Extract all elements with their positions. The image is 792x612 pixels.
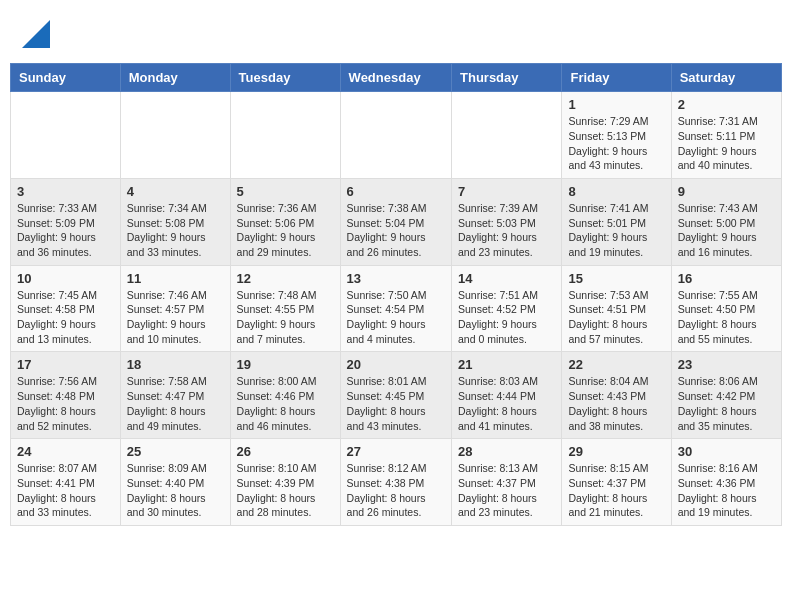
day-number: 11: [127, 271, 224, 286]
calendar-cell: 6Sunrise: 7:38 AMSunset: 5:04 PMDaylight…: [340, 178, 451, 265]
weekday-header-monday: Monday: [120, 64, 230, 92]
weekday-header-row: SundayMondayTuesdayWednesdayThursdayFrid…: [11, 64, 782, 92]
weekday-header-saturday: Saturday: [671, 64, 781, 92]
day-info: Sunrise: 8:10 AMSunset: 4:39 PMDaylight:…: [237, 461, 334, 520]
day-info: Sunrise: 8:12 AMSunset: 4:38 PMDaylight:…: [347, 461, 445, 520]
day-info: Sunrise: 7:33 AMSunset: 5:09 PMDaylight:…: [17, 201, 114, 260]
calendar-cell: [340, 92, 451, 179]
logo: [20, 20, 50, 53]
calendar-cell: [452, 92, 562, 179]
day-info: Sunrise: 7:43 AMSunset: 5:00 PMDaylight:…: [678, 201, 775, 260]
day-number: 30: [678, 444, 775, 459]
day-number: 21: [458, 357, 555, 372]
calendar-cell: 19Sunrise: 8:00 AMSunset: 4:46 PMDayligh…: [230, 352, 340, 439]
day-info: Sunrise: 7:39 AMSunset: 5:03 PMDaylight:…: [458, 201, 555, 260]
svg-marker-0: [22, 20, 50, 48]
day-number: 23: [678, 357, 775, 372]
day-number: 7: [458, 184, 555, 199]
day-info: Sunrise: 8:09 AMSunset: 4:40 PMDaylight:…: [127, 461, 224, 520]
calendar-cell: 13Sunrise: 7:50 AMSunset: 4:54 PMDayligh…: [340, 265, 451, 352]
calendar-cell: 12Sunrise: 7:48 AMSunset: 4:55 PMDayligh…: [230, 265, 340, 352]
day-info: Sunrise: 8:16 AMSunset: 4:36 PMDaylight:…: [678, 461, 775, 520]
day-number: 27: [347, 444, 445, 459]
calendar-cell: 26Sunrise: 8:10 AMSunset: 4:39 PMDayligh…: [230, 439, 340, 526]
day-number: 22: [568, 357, 664, 372]
calendar-cell: [230, 92, 340, 179]
page-header: [10, 10, 782, 58]
calendar-cell: [120, 92, 230, 179]
calendar-cell: 17Sunrise: 7:56 AMSunset: 4:48 PMDayligh…: [11, 352, 121, 439]
day-number: 19: [237, 357, 334, 372]
weekday-header-sunday: Sunday: [11, 64, 121, 92]
day-number: 4: [127, 184, 224, 199]
calendar-cell: [11, 92, 121, 179]
weekday-header-friday: Friday: [562, 64, 671, 92]
day-info: Sunrise: 8:07 AMSunset: 4:41 PMDaylight:…: [17, 461, 114, 520]
day-info: Sunrise: 7:41 AMSunset: 5:01 PMDaylight:…: [568, 201, 664, 260]
calendar-cell: 4Sunrise: 7:34 AMSunset: 5:08 PMDaylight…: [120, 178, 230, 265]
calendar-cell: 21Sunrise: 8:03 AMSunset: 4:44 PMDayligh…: [452, 352, 562, 439]
week-row-4: 17Sunrise: 7:56 AMSunset: 4:48 PMDayligh…: [11, 352, 782, 439]
calendar-cell: 7Sunrise: 7:39 AMSunset: 5:03 PMDaylight…: [452, 178, 562, 265]
day-number: 24: [17, 444, 114, 459]
calendar-cell: 11Sunrise: 7:46 AMSunset: 4:57 PMDayligh…: [120, 265, 230, 352]
day-info: Sunrise: 7:29 AMSunset: 5:13 PMDaylight:…: [568, 114, 664, 173]
day-info: Sunrise: 7:56 AMSunset: 4:48 PMDaylight:…: [17, 374, 114, 433]
calendar-cell: 22Sunrise: 8:04 AMSunset: 4:43 PMDayligh…: [562, 352, 671, 439]
day-info: Sunrise: 7:55 AMSunset: 4:50 PMDaylight:…: [678, 288, 775, 347]
calendar-cell: 1Sunrise: 7:29 AMSunset: 5:13 PMDaylight…: [562, 92, 671, 179]
day-number: 5: [237, 184, 334, 199]
day-info: Sunrise: 7:53 AMSunset: 4:51 PMDaylight:…: [568, 288, 664, 347]
day-number: 29: [568, 444, 664, 459]
day-number: 14: [458, 271, 555, 286]
day-info: Sunrise: 7:34 AMSunset: 5:08 PMDaylight:…: [127, 201, 224, 260]
week-row-1: 1Sunrise: 7:29 AMSunset: 5:13 PMDaylight…: [11, 92, 782, 179]
day-number: 2: [678, 97, 775, 112]
day-number: 1: [568, 97, 664, 112]
day-info: Sunrise: 7:31 AMSunset: 5:11 PMDaylight:…: [678, 114, 775, 173]
day-number: 15: [568, 271, 664, 286]
weekday-header-wednesday: Wednesday: [340, 64, 451, 92]
calendar-cell: 25Sunrise: 8:09 AMSunset: 4:40 PMDayligh…: [120, 439, 230, 526]
week-row-3: 10Sunrise: 7:45 AMSunset: 4:58 PMDayligh…: [11, 265, 782, 352]
day-info: Sunrise: 8:04 AMSunset: 4:43 PMDaylight:…: [568, 374, 664, 433]
day-info: Sunrise: 7:46 AMSunset: 4:57 PMDaylight:…: [127, 288, 224, 347]
day-info: Sunrise: 8:03 AMSunset: 4:44 PMDaylight:…: [458, 374, 555, 433]
calendar-cell: 3Sunrise: 7:33 AMSunset: 5:09 PMDaylight…: [11, 178, 121, 265]
calendar-cell: 29Sunrise: 8:15 AMSunset: 4:37 PMDayligh…: [562, 439, 671, 526]
week-row-5: 24Sunrise: 8:07 AMSunset: 4:41 PMDayligh…: [11, 439, 782, 526]
calendar-cell: 14Sunrise: 7:51 AMSunset: 4:52 PMDayligh…: [452, 265, 562, 352]
day-info: Sunrise: 7:50 AMSunset: 4:54 PMDaylight:…: [347, 288, 445, 347]
day-number: 16: [678, 271, 775, 286]
calendar-cell: 28Sunrise: 8:13 AMSunset: 4:37 PMDayligh…: [452, 439, 562, 526]
day-number: 9: [678, 184, 775, 199]
day-number: 13: [347, 271, 445, 286]
day-info: Sunrise: 7:51 AMSunset: 4:52 PMDaylight:…: [458, 288, 555, 347]
day-number: 20: [347, 357, 445, 372]
day-number: 26: [237, 444, 334, 459]
calendar-cell: 15Sunrise: 7:53 AMSunset: 4:51 PMDayligh…: [562, 265, 671, 352]
day-number: 25: [127, 444, 224, 459]
calendar-cell: 23Sunrise: 8:06 AMSunset: 4:42 PMDayligh…: [671, 352, 781, 439]
day-info: Sunrise: 7:58 AMSunset: 4:47 PMDaylight:…: [127, 374, 224, 433]
day-info: Sunrise: 8:06 AMSunset: 4:42 PMDaylight:…: [678, 374, 775, 433]
calendar-table: SundayMondayTuesdayWednesdayThursdayFrid…: [10, 63, 782, 526]
calendar-cell: 18Sunrise: 7:58 AMSunset: 4:47 PMDayligh…: [120, 352, 230, 439]
day-number: 12: [237, 271, 334, 286]
day-number: 18: [127, 357, 224, 372]
calendar-cell: 30Sunrise: 8:16 AMSunset: 4:36 PMDayligh…: [671, 439, 781, 526]
day-info: Sunrise: 7:48 AMSunset: 4:55 PMDaylight:…: [237, 288, 334, 347]
calendar-cell: 8Sunrise: 7:41 AMSunset: 5:01 PMDaylight…: [562, 178, 671, 265]
calendar-cell: 2Sunrise: 7:31 AMSunset: 5:11 PMDaylight…: [671, 92, 781, 179]
calendar-cell: 27Sunrise: 8:12 AMSunset: 4:38 PMDayligh…: [340, 439, 451, 526]
calendar-cell: 5Sunrise: 7:36 AMSunset: 5:06 PMDaylight…: [230, 178, 340, 265]
day-info: Sunrise: 7:38 AMSunset: 5:04 PMDaylight:…: [347, 201, 445, 260]
calendar-cell: 20Sunrise: 8:01 AMSunset: 4:45 PMDayligh…: [340, 352, 451, 439]
day-info: Sunrise: 8:01 AMSunset: 4:45 PMDaylight:…: [347, 374, 445, 433]
calendar-cell: 16Sunrise: 7:55 AMSunset: 4:50 PMDayligh…: [671, 265, 781, 352]
day-number: 10: [17, 271, 114, 286]
day-number: 3: [17, 184, 114, 199]
weekday-header-thursday: Thursday: [452, 64, 562, 92]
logo-triangle-icon: [22, 20, 50, 48]
day-info: Sunrise: 8:13 AMSunset: 4:37 PMDaylight:…: [458, 461, 555, 520]
